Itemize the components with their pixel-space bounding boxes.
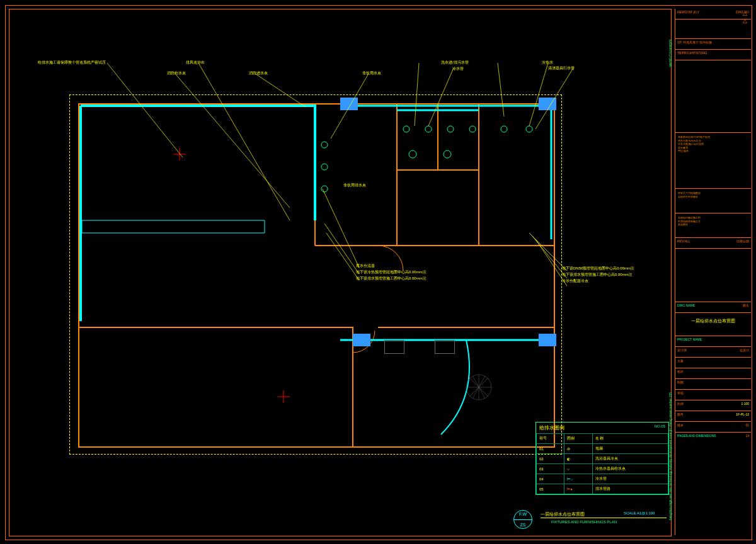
callout: 给排水施工请保障整个管道系统严密试压	[38, 60, 106, 65]
callout: 地下设排水预埋管施工图中心高0.00mm注	[562, 272, 633, 278]
landscape-tree	[460, 371, 498, 403]
hvac-unit	[340, 98, 358, 110]
tb-code: TB/PROJ/HT/073442	[675, 50, 751, 60]
tb-label: PROJECT NAME	[677, 337, 702, 341]
callout: 冷水分配器冷点	[562, 278, 588, 284]
tb-notes: 所有尺寸为现场勘探 未经许可不得修改	[675, 189, 751, 213]
legend-symbol: ○	[564, 464, 592, 474]
tb-val: 01	[745, 423, 749, 428]
legend-head: 名 称	[592, 434, 668, 444]
hvac-unit	[539, 98, 556, 110]
tb-val: 总设计	[740, 348, 749, 353]
tb-spacer	[675, 60, 751, 133]
legend-symbol: ⊘	[564, 444, 592, 454]
callout: 地下设排水预埋管施工图中心高0.00mm注	[356, 276, 427, 281]
drawing-subtitle: FIXTURES AND FURNISHINGS PLAN	[551, 520, 617, 524]
tb-header: NEWCOM 设计 DWG NO	[675, 9, 751, 20]
titleblock: NEWCOM 设计 DWG NO △ △ 1/F 环境具展厅 室内装修 TB/P…	[675, 9, 751, 535]
tb-val: 1:100	[741, 402, 749, 406]
circle-icon: ○	[567, 467, 570, 471]
title-stamp: F.W ZS	[513, 510, 536, 528]
tb-f4: 制图	[675, 379, 751, 390]
legend-cell: 洗浴器具冷点	[592, 454, 668, 464]
legend-cell: 排水管路	[592, 484, 668, 494]
tb-dwg: 图号1F-PL-12	[675, 411, 751, 422]
legend-cell: 01	[537, 444, 564, 454]
callout: 尾水分流器	[356, 263, 375, 269]
legend-symbol: ⊢○	[564, 474, 592, 484]
hvac-unit	[353, 334, 370, 346]
tb-f3: 校对	[675, 368, 751, 379]
tb-date: PAGES AND DIMENSIONS14	[675, 433, 751, 443]
tb-label: PAGES AND DIMENSIONS	[677, 434, 716, 438]
legend-rows: 符号图例名 称 01⊘地漏 02◐洗浴器具冷点 03○冷热水器具给水点 04⊢○…	[536, 433, 668, 494]
tb-val: 出图日期	[736, 239, 749, 244]
callout: 地下设冷热预埋管距地面中心高0.00mm注	[356, 269, 427, 275]
tb-label: 校对	[677, 370, 684, 373]
stamp-divider	[514, 519, 532, 520]
legend-cell: 02	[537, 454, 564, 464]
callout: 洗衣进/排污水管	[441, 60, 469, 65]
tb-spacer	[675, 249, 751, 302]
tb-warning: △ △	[675, 20, 751, 39]
vertical-code-text: WANG CHUANQIN	[668, 40, 672, 67]
callout: 非饮用排水点	[343, 183, 366, 188]
drain-pipe-icon: ⊢●	[567, 487, 573, 491]
tb-val: 1F-PL-12	[736, 412, 749, 417]
legend-cell: 冷水管	[592, 474, 668, 484]
tb-f2: 主案	[675, 358, 751, 368]
legend-table: 给排水图例 NO.05 符号图例名 称 01⊘地漏 02◐洗浴器具冷点 03○冷…	[536, 422, 669, 495]
callout: 消防给水点	[167, 71, 186, 76]
drain-icon: ⊘	[567, 446, 570, 451]
tb-notes: 本图表示仅供CCHT租户使用 并不代表 N.H.H.D.分 详见号图-施工设计说…	[675, 133, 751, 189]
tb-rev: 版本01	[675, 422, 751, 433]
tb-proj-footer: PROJECT NAME	[675, 336, 751, 347]
tb-label: REV/ALL	[677, 239, 690, 243]
tb-rev: REV/ALL 出图日期	[675, 238, 751, 249]
stamp-top: F.W	[514, 512, 532, 516]
callout: 清洁器具行水管	[548, 65, 575, 71]
legend-head: 符号	[537, 434, 564, 444]
planter-box	[435, 340, 455, 354]
tb-val: 14	[745, 434, 749, 438]
tb-dwglabel: DWG NAME 图名	[675, 302, 751, 313]
tb-val: 图名	[743, 303, 749, 308]
stamp-circle: F.W ZS	[513, 510, 532, 529]
half-circle-icon: ◐	[567, 456, 570, 461]
legend-cell: 03	[537, 464, 564, 474]
callout: 非饮用水点	[362, 71, 381, 76]
legend-no: NO.05	[655, 424, 665, 428]
tb-label: 版本	[677, 423, 684, 427]
legend-cell: 05	[537, 484, 564, 494]
planter-box	[384, 340, 404, 354]
floor-plan	[25, 44, 592, 460]
tb-notes: 未经设计确认施工时 不符指南将由施工方 承担责任	[675, 213, 751, 238]
warning-icon: △	[743, 18, 747, 25]
callout: 排风道外出	[186, 60, 205, 65]
callout: 地下设DN50预埋管距地面中心高0.00mm注	[562, 266, 634, 271]
hvac-unit	[539, 334, 556, 346]
tb-label: DWG NAME	[677, 303, 695, 307]
legend-cell: 04	[537, 474, 564, 484]
tb-label: 图号	[677, 412, 684, 416]
tb-f1: 设计师总设计	[675, 347, 751, 358]
legend-symbol: ◐	[564, 454, 592, 464]
pipe-icon: ⊢○	[567, 477, 573, 481]
tb-scale: 比例1:100	[675, 400, 751, 411]
tb-label: 主案	[677, 359, 684, 363]
callout: 冷热水	[542, 60, 553, 65]
tb-label: NEWCOM 设计	[677, 10, 699, 14]
legend-cell: 冷热水器具给水点	[592, 464, 668, 474]
tb-f5: 审核	[675, 390, 751, 400]
legend-title-text: 给排水图例	[539, 425, 564, 431]
tb-label: 制图	[677, 380, 684, 384]
drawing-scale: SCALE A1@1:100	[624, 511, 655, 515]
tb-label: 设计师	[677, 348, 687, 352]
callout: 消防进水点	[249, 71, 268, 76]
tb-sheet-title: 一层给排水点位布置图	[675, 313, 751, 336]
tb-label: 比例	[677, 402, 684, 405]
tb-project: 1/F 环境具展厅 室内装修	[675, 39, 751, 50]
title-underline	[541, 518, 667, 518]
warning-icon: △	[743, 10, 747, 18]
callout: 冷水管	[452, 66, 464, 72]
